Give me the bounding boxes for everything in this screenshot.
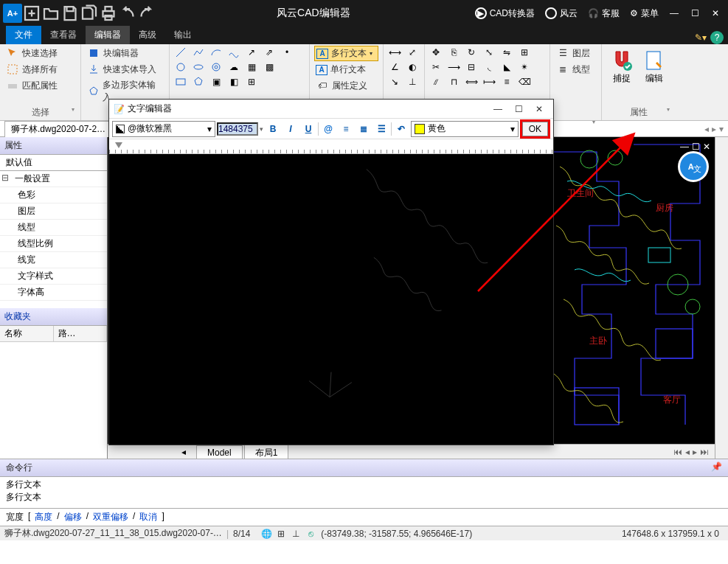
bold-button[interactable]: B: [265, 121, 281, 137]
explode-icon[interactable]: ✴: [518, 60, 531, 74]
tab-advanced[interactable]: 高级: [130, 26, 165, 44]
props-default[interactable]: 默认值: [0, 155, 107, 171]
canvas-close-icon[interactable]: ✕: [703, 142, 710, 152]
mirror-icon[interactable]: ⇋: [500, 46, 513, 59]
poly-icon[interactable]: [192, 75, 205, 88]
array-icon[interactable]: ⊞: [518, 46, 531, 59]
canvas-max-icon[interactable]: ☐: [692, 142, 700, 152]
donut-icon[interactable]: [209, 60, 223, 74]
tab-first-icon[interactable]: ⏮: [673, 447, 682, 457]
open-icon[interactable]: [42, 5, 60, 21]
break-icon[interactable]: ⊟: [465, 60, 478, 74]
undo-icon[interactable]: [119, 5, 136, 21]
status-snap-icon[interactable]: ⎋: [303, 527, 318, 540]
undo-text-button[interactable]: ↶: [393, 121, 409, 137]
dim-angular-icon[interactable]: ∠: [388, 60, 401, 74]
copy-icon[interactable]: ⎘: [447, 46, 460, 59]
arc-icon[interactable]: [209, 46, 223, 59]
color-select[interactable]: 黄色▾: [411, 121, 519, 137]
service-link[interactable]: 🎧客服: [583, 7, 624, 20]
dim-ord-icon[interactable]: ⊥: [406, 75, 419, 88]
region-icon[interactable]: ▦: [245, 60, 258, 74]
tab-viewer[interactable]: 查看器: [41, 26, 86, 44]
block-editor-button[interactable]: 块编辑器: [86, 46, 164, 60]
move-icon[interactable]: ✥: [429, 46, 443, 59]
document-tab-active[interactable]: 狮子林.dwg2020-07-2…×: [4, 121, 120, 137]
dialog-close-button[interactable]: ✕: [530, 101, 549, 117]
prop-lweight[interactable]: 线宽: [0, 252, 107, 268]
snap-button[interactable]: 捕捉: [606, 46, 637, 105]
ellipse-icon[interactable]: [192, 60, 205, 74]
erase-many-icon[interactable]: ⌫: [518, 75, 531, 88]
mtext-button[interactable]: A多行文本▾: [314, 46, 378, 61]
join-icon[interactable]: ⊓: [447, 75, 460, 88]
tab-next-icon[interactable]: ▸: [693, 447, 697, 457]
vertical-scrollbar[interactable]: [715, 137, 728, 459]
fengyun-link[interactable]: 风云: [541, 7, 582, 20]
dialog-max-button[interactable]: ☐: [509, 101, 528, 117]
scale-icon[interactable]: ⤡: [482, 46, 496, 59]
save-icon[interactable]: [61, 5, 79, 21]
edit-button[interactable]: 编辑: [639, 46, 670, 105]
col-name[interactable]: 名称: [0, 326, 54, 341]
hatch-icon[interactable]: ▩: [263, 60, 276, 74]
line-icon[interactable]: [174, 46, 187, 59]
dim-radius-icon[interactable]: ◐: [406, 60, 419, 74]
help-icon[interactable]: ?: [710, 31, 724, 44]
layer-button[interactable]: ☰图层: [555, 46, 597, 60]
text-ruler[interactable]: [109, 139, 553, 154]
maximize-button[interactable]: ☐: [685, 5, 704, 21]
extend-icon[interactable]: ⟶: [447, 60, 460, 74]
tab-nav-left-icon[interactable]: ◂: [704, 124, 709, 134]
entity-import-button[interactable]: 快速实体导入: [86, 62, 164, 77]
linetype-button[interactable]: ≣线型: [555, 62, 597, 77]
tab-output[interactable]: 输出: [165, 26, 201, 44]
box-icon[interactable]: ▣: [209, 75, 223, 88]
tab-layout1[interactable]: 布局1: [244, 445, 289, 459]
dialog-canvas[interactable]: [109, 154, 553, 445]
tab-dropdown-icon[interactable]: ▾: [719, 124, 724, 134]
prop-color[interactable]: 色彩: [0, 187, 107, 203]
tab-prev-icon[interactable]: ◂: [181, 447, 186, 457]
ray-icon[interactable]: ↗: [245, 46, 258, 59]
dim-linear-icon[interactable]: ⟷: [388, 46, 401, 59]
stretch-icon[interactable]: ⟺: [465, 75, 478, 88]
attdef-button[interactable]: 🏷属性定义: [314, 78, 378, 93]
stext-button[interactable]: A单行文本: [314, 63, 378, 77]
align-center-button[interactable]: ≣: [356, 121, 372, 137]
prop-linetype[interactable]: 线型: [0, 220, 107, 236]
align-icon[interactable]: ≡: [500, 75, 513, 88]
command-prompt[interactable]: 宽度 [ 高度/ 偏移/ 双重偏移/ 取消 ]: [0, 508, 728, 526]
underline-button[interactable]: U: [300, 121, 316, 137]
tab-nav-right-icon[interactable]: ▸: [712, 124, 716, 134]
col-path[interactable]: 路…: [54, 326, 108, 341]
table-icon[interactable]: ⊞: [245, 75, 258, 88]
menu-link[interactable]: ⚙菜单: [625, 7, 663, 20]
wipeout-icon[interactable]: ◧: [227, 75, 240, 88]
prop-textheight[interactable]: 字体高: [0, 285, 107, 301]
font-select[interactable]: @微软雅黑▾: [112, 121, 215, 137]
tab-prev2-icon[interactable]: ◂: [685, 447, 690, 457]
offset-icon[interactable]: ⫽: [429, 75, 443, 88]
opt-double-offset[interactable]: 双重偏移: [93, 511, 128, 523]
tab-last-icon[interactable]: ⏭: [700, 447, 709, 457]
general-settings[interactable]: 一般设置: [0, 171, 107, 187]
status-globe-icon[interactable]: 🌐: [259, 527, 274, 540]
font-size-input[interactable]: [217, 122, 258, 136]
close-button[interactable]: ✕: [706, 5, 725, 21]
new-icon[interactable]: [23, 5, 41, 21]
circle-icon[interactable]: [174, 60, 187, 74]
brush-icon[interactable]: ✎▾: [694, 31, 707, 44]
trim-icon[interactable]: ✂: [429, 60, 443, 74]
canvas-min-icon[interactable]: —: [680, 142, 689, 152]
revcloud-icon[interactable]: ☁: [227, 60, 240, 74]
tab-editor[interactable]: 编辑器: [86, 26, 130, 44]
opt-cancel[interactable]: 取消: [139, 511, 157, 523]
redo-icon[interactable]: [138, 5, 156, 21]
quick-select-button[interactable]: 快速选择: [4, 46, 76, 60]
dialog-min-button[interactable]: —: [488, 101, 507, 117]
spline-icon[interactable]: [227, 46, 240, 59]
tab-model[interactable]: Model: [196, 445, 243, 459]
status-grid-icon[interactable]: ⊞: [274, 527, 288, 540]
dim-align-icon[interactable]: ⤢: [406, 46, 419, 59]
